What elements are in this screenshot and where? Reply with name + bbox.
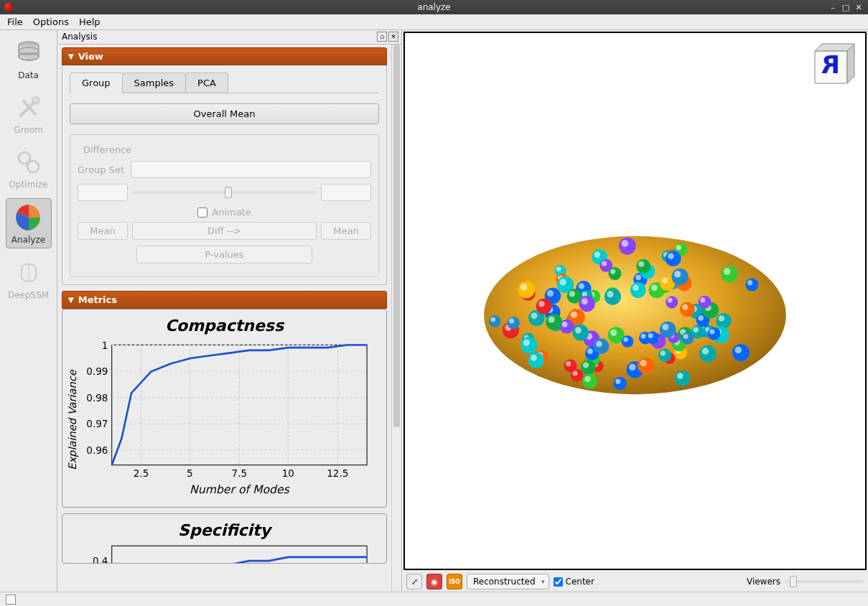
svg-point-66 (579, 283, 584, 289)
svg-point-175 (546, 314, 562, 330)
window-close-button[interactable]: ✕ (854, 2, 864, 12)
chart-specificity: Specificity 0.4 (62, 513, 387, 564)
panel-body: ▼ View Group Samples PCA Overall Mean Di… (57, 45, 391, 592)
svg-point-198 (572, 371, 577, 376)
viewport-3d[interactable]: R (403, 32, 867, 570)
center-checkbox[interactable] (554, 577, 563, 587)
tab-pca[interactable]: PCA (185, 73, 228, 93)
orientation-cube[interactable]: R (808, 40, 858, 90)
svg-point-114 (575, 327, 582, 333)
menu-file[interactable]: File (7, 17, 23, 27)
svg-marker-215 (847, 44, 854, 83)
svg-point-125 (581, 360, 596, 375)
tool-groom[interactable]: Groom (6, 89, 52, 138)
tool-deepssm[interactable]: DeepSSM (6, 254, 52, 303)
menu-options[interactable]: Options (33, 17, 69, 27)
viewers-slider[interactable] (785, 573, 864, 590)
svg-point-178 (648, 333, 653, 338)
svg-point-52 (566, 361, 571, 366)
svg-point-186 (584, 376, 590, 382)
svg-text:0.99: 0.99 (86, 365, 108, 377)
svg-text:12.5: 12.5 (327, 467, 348, 479)
svg-point-180 (582, 298, 588, 304)
svg-point-88 (629, 364, 635, 370)
window-title: analyze (417, 2, 450, 12)
svg-point-38 (594, 251, 601, 258)
group-set-combo[interactable] (131, 161, 371, 178)
panel-float-button[interactable]: ▫ (377, 32, 387, 42)
svg-point-171 (680, 302, 695, 317)
tab-group[interactable]: Group (70, 73, 123, 93)
tool-analyze[interactable]: Analyze (6, 198, 52, 248)
overall-mean-button[interactable]: Overall Mean (70, 103, 379, 124)
svg-point-140 (610, 269, 615, 274)
panel-scrollbar[interactable] (391, 45, 401, 592)
animate-checkbox[interactable] (197, 208, 207, 218)
svg-point-164 (747, 280, 752, 285)
svg-point-181 (658, 349, 671, 362)
section-metrics-title: Metrics (78, 294, 117, 305)
svg-point-192 (607, 291, 613, 297)
tool-optimize-label: Optimize (9, 180, 48, 190)
svg-point-206 (569, 291, 575, 297)
group-left-combo[interactable] (78, 184, 128, 201)
svg-point-122 (587, 348, 593, 354)
pie-chart-icon (11, 202, 46, 233)
svg-point-107 (638, 358, 654, 374)
section-view-title: View (78, 51, 103, 62)
chart-ylabel: Explained Variance (67, 369, 79, 470)
section-metrics-header[interactable]: ▼ Metrics (62, 291, 387, 309)
database-icon (11, 37, 46, 69)
svg-point-57 (521, 337, 537, 353)
svg-point-34 (724, 268, 730, 274)
svg-point-204 (700, 297, 705, 302)
status-bar (0, 592, 868, 606)
menu-help[interactable]: Help (79, 17, 101, 27)
mean-left-button[interactable]: Mean (78, 222, 128, 240)
chevron-down-icon: ▼ (68, 52, 74, 60)
section-view-header[interactable]: ▼ View (62, 47, 387, 65)
svg-point-148 (676, 245, 681, 250)
svg-point-209 (675, 370, 691, 386)
tab-samples[interactable]: Samples (122, 73, 187, 93)
svg-point-131 (528, 353, 544, 368)
svg-text:5: 5 (187, 467, 193, 479)
svg-point-185 (582, 374, 597, 389)
group-right-combo[interactable] (321, 184, 371, 201)
diff-button[interactable]: Diff --> (132, 222, 317, 240)
fit-view-button[interactable]: ⤢ (406, 574, 422, 589)
svg-point-182 (661, 350, 666, 355)
svg-point-207 (636, 259, 650, 274)
tool-data[interactable]: Data (6, 34, 52, 83)
svg-point-184 (662, 277, 668, 284)
pvalues-button[interactable]: P-values (136, 246, 312, 264)
chart-compactness: Compactness Explained Variance (62, 309, 387, 508)
svg-point-63 (518, 281, 535, 299)
svg-point-159 (707, 327, 720, 340)
iso-button[interactable]: ISO (447, 574, 462, 589)
chevron-down-icon: ▼ (68, 296, 74, 304)
svg-point-205 (567, 289, 582, 304)
tool-optimize[interactable]: Optimize (6, 144, 52, 192)
menu-bar: File Options Help (0, 14, 868, 30)
group-slider[interactable] (132, 184, 317, 201)
render-mode-button[interactable]: ◉ (426, 574, 442, 589)
svg-point-201 (672, 269, 689, 285)
tools-icon (11, 92, 46, 123)
svg-text:0.97: 0.97 (86, 418, 108, 429)
svg-point-191 (605, 289, 621, 305)
svg-point-167 (594, 339, 609, 354)
shape-mode-dropdown[interactable]: Reconstructed (467, 574, 549, 589)
svg-point-40 (621, 240, 628, 247)
rendered-mesh (405, 33, 865, 569)
svg-point-160 (709, 329, 714, 334)
svg-point-139 (608, 267, 621, 280)
svg-point-64 (521, 284, 528, 291)
svg-point-162 (490, 317, 495, 322)
window-minimize-button[interactable]: – (828, 2, 838, 12)
svg-point-203 (699, 296, 711, 309)
panel-close-button[interactable]: ✕ (388, 32, 398, 42)
mean-right-button[interactable]: Mean (321, 222, 371, 240)
window-maximize-button[interactable]: □ (841, 2, 851, 12)
svg-point-166 (509, 319, 514, 324)
